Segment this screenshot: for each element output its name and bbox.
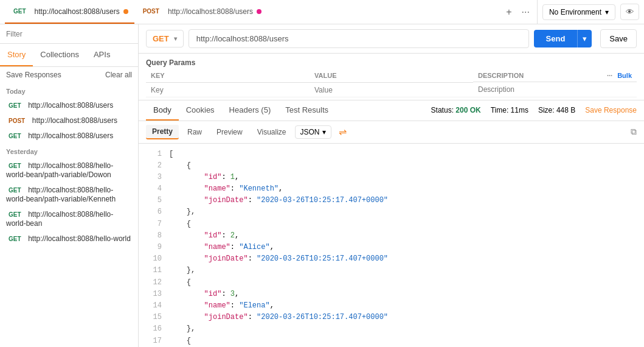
tab-cookies[interactable]: Cookies (179, 100, 222, 121)
json-line: 17 { (139, 335, 644, 347)
method-selector[interactable]: GET ▾ (146, 30, 184, 47)
save-responses-button[interactable]: Save Responses (6, 71, 61, 79)
line-content: [ (169, 149, 639, 160)
desc-input[interactable] (478, 85, 632, 94)
fmt-preview-button[interactable]: Preview (210, 125, 249, 139)
more-tabs-button[interactable]: ··· (519, 4, 532, 20)
line-content: "name": "Kenneth", (169, 183, 639, 195)
clear-all-button[interactable]: Clear all (105, 71, 132, 79)
line-number: 8 (144, 230, 162, 242)
copy-button[interactable]: ⧉ (631, 127, 637, 137)
json-line: 3 "id": 1, (139, 172, 644, 183)
save-button[interactable]: Save (600, 29, 637, 48)
params-table: KEY VALUE DESCRIPTION ··· Bulk (146, 69, 637, 97)
copy-icon: ⧉ (631, 127, 637, 136)
line-number: 6 (144, 206, 162, 218)
response-tabs: Body Cookies Headers (5) Test Results St… (139, 100, 644, 121)
fmt-pretty-button[interactable]: Pretty (146, 125, 179, 139)
wrap-icon: ⇌ (339, 127, 347, 137)
json-line: 13 "id": 3, (139, 289, 644, 300)
line-content: { (169, 219, 639, 230)
save-response-button[interactable]: Save Response (585, 106, 637, 114)
eye-button[interactable]: 👁 (620, 4, 639, 20)
more-params-icon[interactable]: ··· (607, 72, 612, 79)
line-number: 13 (144, 289, 162, 300)
json-line: 9 "name": "Alice", (139, 242, 644, 253)
method-label: GET (6, 186, 24, 194)
list-item[interactable]: GET http://localhost:8088/hello-world-be… (0, 206, 138, 231)
send-arrow-button[interactable]: ▾ (577, 30, 592, 47)
environment-selector[interactable]: No Environment ▾ (542, 4, 615, 20)
json-line: 2 { (139, 160, 644, 172)
value-col-header: VALUE (310, 69, 473, 82)
filter-section (0, 24, 138, 44)
line-number: 4 (144, 183, 162, 195)
key-input[interactable] (151, 86, 305, 94)
line-content: { (169, 335, 639, 347)
json-line: 11 }, (139, 265, 644, 276)
line-number: 7 (144, 219, 162, 230)
fmt-raw-button[interactable]: Raw (181, 125, 208, 139)
time-value: 11ms (511, 106, 528, 114)
tab-post-users[interactable]: POST http://localhost:8088/users (134, 1, 268, 24)
list-item[interactable]: GET http://localhost:8088/users (0, 128, 138, 143)
size-value: 448 B (556, 106, 575, 114)
tab-url-2: http://localhost:8088/users (168, 7, 253, 16)
add-tab-button[interactable]: + (504, 4, 514, 20)
tab-test-results[interactable]: Test Results (278, 100, 336, 121)
method-label: GET (6, 162, 24, 170)
yesterday-section-label: Yesterday (0, 143, 138, 158)
filter-input[interactable] (6, 30, 132, 38)
post-method-badge: POST (140, 7, 162, 15)
line-number: 10 (144, 253, 162, 265)
eye-icon: 👁 (626, 7, 634, 16)
line-content: "joinDate": "2020-03-26T10:25:17.407+000… (169, 195, 639, 206)
line-content: "id": 3, (169, 289, 639, 300)
json-line: 7 { (139, 219, 644, 230)
key-col-header: KEY (146, 69, 310, 82)
json-line: 16 }, (139, 323, 644, 335)
json-line: 12 { (139, 277, 644, 289)
line-number: 3 (144, 172, 162, 183)
line-content: }, (169, 206, 639, 218)
list-item[interactable]: POST http://localhost:8088/users (0, 113, 138, 128)
line-number: 17 (144, 335, 162, 347)
list-item[interactable]: GET http://localhost:8088/users (0, 97, 138, 113)
value-input[interactable] (314, 86, 468, 94)
params-label: Query Params (146, 58, 637, 67)
line-content: "joinDate": "2020-03-26T10:25:17.407+000… (169, 253, 639, 265)
request-url: http://localhost:8088/hello-world (28, 234, 131, 243)
tab-get-users[interactable]: GET http://localhost:8088/users (5, 1, 134, 24)
method-chevron-icon: ▾ (174, 35, 177, 42)
json-response-body: 1[2 {3 "id": 1,4 "name": "Kenneth",5 "jo… (139, 144, 644, 348)
line-content: { (169, 160, 639, 172)
url-input[interactable] (189, 29, 529, 48)
fmt-visualize-button[interactable]: Visualize (251, 125, 293, 139)
format-selector[interactable]: JSON ▾ (295, 125, 331, 139)
bulk-edit-link[interactable]: Bulk (617, 72, 632, 79)
line-number: 11 (144, 265, 162, 276)
json-line: 14 "name": "Elena", (139, 300, 644, 312)
list-item[interactable]: GET http://localhost:8088/hello-world-be… (0, 158, 138, 182)
json-line: 15 "joinDate": "2020-03-26T10:25:17.407+… (139, 312, 644, 323)
line-number: 15 (144, 312, 162, 323)
sidebar-item-collections[interactable]: Collections (33, 44, 86, 66)
params-section: Query Params KEY VALUE DESCRIPTION ··· B… (139, 54, 644, 100)
send-button[interactable]: Send (534, 30, 578, 47)
tab-dot-1 (123, 9, 128, 14)
tab-headers[interactable]: Headers (5) (222, 100, 279, 121)
sidebar-item-story[interactable]: Story (0, 44, 33, 66)
line-content: "name": "Alice", (169, 242, 639, 253)
list-item[interactable]: GET http://localhost:8088/hello-world-be… (0, 182, 138, 206)
tab-body[interactable]: Body (146, 100, 179, 121)
method-value: GET (153, 34, 169, 43)
list-item[interactable]: GET http://localhost:8088/hello-world (0, 231, 138, 246)
tab-url-1: http://localhost:8088/users (35, 7, 120, 16)
get-method-badge: GET (11, 7, 29, 15)
method-label: GET (6, 211, 24, 219)
sidebar-item-apis[interactable]: APIs (86, 44, 117, 66)
line-number: 1 (144, 149, 162, 160)
wrap-button[interactable]: ⇌ (339, 126, 347, 138)
line-number: 9 (144, 242, 162, 253)
json-line: 10 "joinDate": "2020-03-26T10:25:17.407+… (139, 253, 644, 265)
